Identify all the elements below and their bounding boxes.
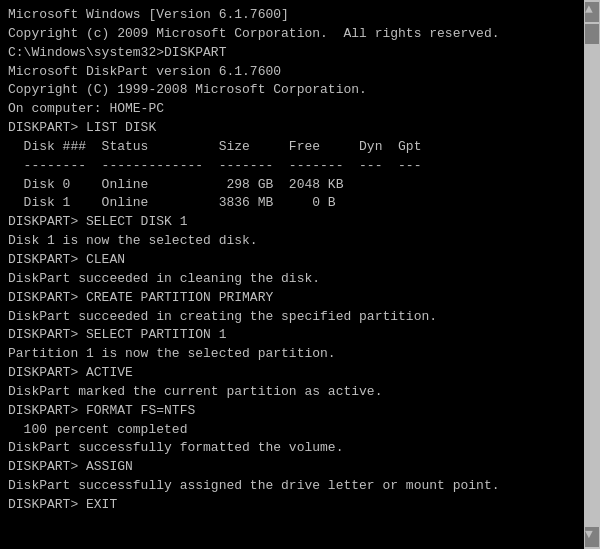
terminal-line: Microsoft DiskPart version 6.1.7600 <box>8 63 576 82</box>
terminal-line: Disk 0 Online 298 GB 2048 KB <box>8 176 576 195</box>
scrollbar-track[interactable] <box>585 24 599 525</box>
scrollbar-down-arrow[interactable]: ▼ <box>585 527 599 547</box>
terminal-line: On computer: HOME-PC <box>8 100 576 119</box>
terminal-line: Disk 1 Online 3836 MB 0 B <box>8 194 576 213</box>
terminal-line: Disk 1 is now the selected disk. <box>8 232 576 251</box>
terminal-line: DISKPART> LIST DISK <box>8 119 576 138</box>
terminal-line: DISKPART> CLEAN <box>8 251 576 270</box>
terminal-line: DISKPART> ACTIVE <box>8 364 576 383</box>
terminal-line: Copyright (C) 1999-2008 Microsoft Corpor… <box>8 81 576 100</box>
terminal-line: Partition 1 is now the selected partitio… <box>8 345 576 364</box>
terminal-line: DiskPart successfully formatted the volu… <box>8 439 576 458</box>
terminal-line: Copyright (c) 2009 Microsoft Corporation… <box>8 25 576 44</box>
terminal-window: Microsoft Windows [Version 6.1.7600]Copy… <box>0 0 600 549</box>
terminal-line: DiskPart succeeded in creating the speci… <box>8 308 576 327</box>
terminal-line: DISKPART> CREATE PARTITION PRIMARY <box>8 289 576 308</box>
terminal-line: DiskPart successfully assigned the drive… <box>8 477 576 496</box>
terminal-line: DISKPART> SELECT DISK 1 <box>8 213 576 232</box>
terminal-line: DiskPart marked the current partition as… <box>8 383 576 402</box>
scrollbar[interactable]: ▲ ▼ <box>584 0 600 549</box>
terminal-line: DISKPART> EXIT <box>8 496 576 515</box>
terminal-line: DISKPART> SELECT PARTITION 1 <box>8 326 576 345</box>
terminal-line: 100 percent completed <box>8 421 576 440</box>
terminal-line: C:\Windows\system32>DISKPART <box>8 44 576 63</box>
terminal-line: Disk ### Status Size Free Dyn Gpt <box>8 138 576 157</box>
terminal-line: DISKPART> FORMAT FS=NTFS <box>8 402 576 421</box>
terminal-line: -------- ------------- ------- ------- -… <box>8 157 576 176</box>
terminal-output[interactable]: Microsoft Windows [Version 6.1.7600]Copy… <box>0 0 584 549</box>
terminal-line: DiskPart succeeded in cleaning the disk. <box>8 270 576 289</box>
terminal-line: Microsoft Windows [Version 6.1.7600] <box>8 6 576 25</box>
scrollbar-up-arrow[interactable]: ▲ <box>585 2 599 22</box>
terminal-line: DISKPART> ASSIGN <box>8 458 576 477</box>
